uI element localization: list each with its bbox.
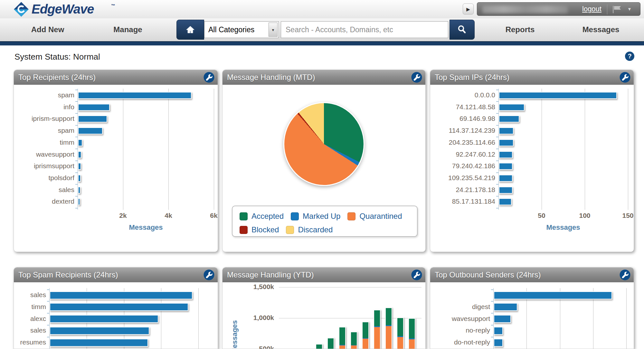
- nav-item-add-new[interactable]: Add New: [19, 25, 76, 34]
- axis-tick: [496, 113, 498, 114]
- bar-label: timm: [14, 139, 74, 146]
- legend-swatch-accepted: [240, 212, 248, 220]
- bar-label: no-reply: [430, 326, 490, 334]
- bar-label: 204.235.114.66: [430, 139, 495, 146]
- nav-item-reports[interactable]: Reports: [492, 25, 548, 34]
- bar: [78, 151, 81, 158]
- panel-top-spam-recipients: Top Spam Recipients (24hrs) salestimmale…: [14, 267, 218, 349]
- bar: [50, 327, 149, 335]
- top-header: EdgeWave ™ ▶ logout ▼: [0, 0, 644, 18]
- bar-label: 109.235.54.219: [430, 174, 495, 182]
- legend-swatch-marked-up: [291, 212, 299, 220]
- axis-tick: [496, 125, 498, 126]
- select-arrow-icon[interactable]: ▼: [269, 23, 278, 37]
- x-tick-label: 100: [572, 212, 598, 219]
- panel-title: Top Recipients (24hrs): [18, 73, 96, 82]
- gridline: [198, 288, 199, 349]
- panel-settings-wrench-icon[interactable]: [204, 269, 214, 280]
- legend-item: Quarantined: [347, 212, 402, 221]
- segment-accepted: [328, 338, 334, 349]
- bar-label: 85.17.131.184: [430, 198, 495, 205]
- bar: [499, 187, 513, 194]
- panel-settings-wrench-icon[interactable]: [620, 72, 630, 83]
- home-button[interactable]: [176, 20, 204, 40]
- axis-tick: [75, 184, 78, 185]
- search-button[interactable]: [450, 20, 475, 40]
- legend-label: Discarded: [298, 225, 333, 234]
- status-row: System Status: Normal ?: [0, 45, 644, 69]
- bar: [494, 303, 517, 311]
- panel-settings-wrench-icon[interactable]: [411, 269, 422, 280]
- segment-accepted: [374, 310, 380, 326]
- legend: AcceptedMarked UpQuarantinedBlockedDisca…: [232, 206, 418, 237]
- bar: [78, 139, 82, 146]
- gridline: [279, 287, 421, 287]
- bar: [499, 163, 513, 170]
- panel-top-recipients: Top Recipients (24hrs) 2k4k6kspaminfoipr…: [14, 70, 218, 252]
- segment-accepted: [397, 318, 403, 336]
- user-menu-caret-icon[interactable]: ▼: [627, 6, 632, 12]
- gridline: [585, 89, 585, 210]
- divider: [607, 4, 607, 15]
- axis-tick: [496, 160, 498, 161]
- bar: [78, 92, 192, 99]
- nav-item-messages[interactable]: Messages: [573, 25, 629, 34]
- panel-message-handling-ytd: Message Handling (YTD) 1,500k1,000k500kM…: [222, 267, 426, 349]
- axis-tick: [491, 325, 493, 325]
- bar-label: dexterd: [14, 198, 74, 205]
- bar: [499, 175, 513, 182]
- x-axis-title: Messages: [120, 223, 172, 232]
- panel-settings-wrench-icon[interactable]: [204, 72, 214, 83]
- nav-item-manage[interactable]: Manage: [99, 25, 156, 34]
- stacked-bar: [385, 307, 392, 349]
- category-select[interactable]: All Categories ▼: [204, 21, 279, 38]
- segment-accepted: [409, 319, 415, 338]
- segment-quarantined: [409, 339, 415, 349]
- x-tick-label: 4k: [156, 212, 181, 219]
- help-button[interactable]: ?: [625, 52, 634, 61]
- bar-label: 0.0.0.0: [430, 91, 495, 99]
- legend-row: BlockedDiscarded: [240, 223, 417, 237]
- bar: [499, 104, 525, 111]
- legend-label: Quarantined: [359, 212, 402, 221]
- play-button[interactable]: ▶: [463, 4, 474, 15]
- gridline: [214, 89, 214, 210]
- bar-label: tpolsdorf: [14, 174, 74, 182]
- panel-settings-wrench-icon[interactable]: [620, 269, 630, 280]
- axis-tick: [75, 137, 78, 137]
- y-tick-label: 1,000k: [242, 314, 274, 322]
- bar-label: digest: [430, 303, 490, 311]
- stacked-bar: [362, 322, 369, 349]
- panel-title: Top Outbound Senders (24hrs): [435, 270, 541, 279]
- bar-label: 69.146.9.98: [430, 115, 495, 122]
- panel-top-spam-ips: Top Spam IPs (24hrs) 501001500.0.0.074.1…: [430, 70, 634, 252]
- bar: [78, 163, 81, 170]
- bar-label: wavesupport: [14, 150, 74, 158]
- x-tick-label: 2k: [110, 212, 136, 219]
- stacked-bar: [374, 310, 381, 349]
- axis-tick: [75, 196, 78, 197]
- search-input[interactable]: [281, 21, 448, 38]
- bar-label: spam: [14, 91, 74, 99]
- gridline: [168, 89, 169, 210]
- legend-item: Discarded: [286, 225, 333, 234]
- bar: [499, 127, 514, 134]
- bar-label: 114.37.124.239: [430, 127, 495, 134]
- bar-label: iprism-support: [14, 115, 74, 122]
- stacked-bar: [327, 338, 334, 349]
- bar-label: info: [14, 103, 74, 111]
- nav-divider-bar: [0, 41, 644, 45]
- segment-accepted: [363, 322, 368, 338]
- segment-accepted: [351, 332, 357, 345]
- panel-settings-wrench-icon[interactable]: [411, 72, 422, 83]
- panel-title-bar: Message Handling (MTD): [223, 70, 425, 85]
- bar: [50, 291, 193, 299]
- bar: [50, 315, 158, 323]
- legend-item: Blocked: [240, 225, 279, 234]
- legend-item: Accepted: [240, 212, 284, 221]
- segment-quarantined: [397, 337, 403, 349]
- x-tick-label: 6k: [201, 212, 218, 219]
- logout-link[interactable]: logout: [577, 5, 607, 13]
- axis-tick: [47, 325, 49, 325]
- stacked-bar: [316, 344, 323, 349]
